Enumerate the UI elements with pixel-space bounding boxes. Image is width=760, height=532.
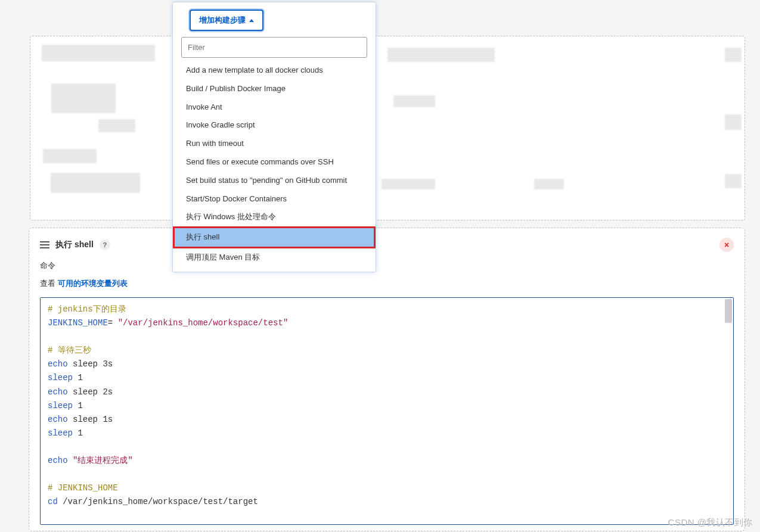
code-text: 1 — [73, 428, 83, 438]
menu-item-maven-top[interactable]: 调用顶层 Maven 目标 — [173, 248, 376, 267]
env-vars-row: 查看 可用的环境变量列表 — [40, 278, 734, 289]
env-vars-link[interactable]: 可用的环境变量列表 — [58, 279, 128, 288]
blurred-content — [725, 48, 742, 62]
add-build-step-button[interactable]: 增加构建步骤 — [190, 10, 263, 31]
code-cmd: echo — [48, 387, 68, 397]
code-text: /var/jenkins_home/workspace/test/target — [58, 497, 258, 506]
blurred-content — [98, 119, 135, 132]
blurred-content — [43, 149, 97, 163]
menu-item-github-pending[interactable]: Set build status to "pending" on GitHub … — [173, 172, 376, 190]
code-op: = — [108, 318, 113, 328]
code-cmd: sleep — [48, 401, 73, 410]
help-icon[interactable]: ? — [100, 239, 110, 250]
menu-item-docker-containers[interactable]: Start/Stop Docker Containers — [173, 190, 376, 209]
code-cmd: cd — [48, 497, 58, 506]
code-text: 1 — [73, 401, 83, 410]
menu-item-invoke-gradle[interactable]: Invoke Gradle script — [173, 116, 376, 135]
menu-item-docker-template[interactable]: Add a new template to all docker clouds — [173, 61, 376, 80]
caret-up-icon — [249, 19, 254, 22]
scrollbar-thumb[interactable] — [725, 299, 732, 323]
add-build-step-dropdown: 增加构建步骤 Add a new template to all docker … — [172, 2, 376, 272]
blurred-content — [51, 83, 116, 113]
code-string: "结束进程完成" — [68, 456, 133, 465]
blurred-content — [42, 45, 155, 61]
code-text: sleep 1s — [68, 415, 113, 424]
blurred-content — [725, 174, 742, 188]
code-text: sleep 3s — [68, 359, 113, 369]
blurred-content — [387, 48, 495, 62]
filter-input[interactable] — [181, 37, 367, 58]
code-cmd: sleep — [48, 428, 73, 438]
command-label: 命令 — [40, 260, 734, 271]
code-cmd: echo — [48, 456, 68, 465]
menu-item-invoke-ant[interactable]: Invoke Ant — [173, 98, 376, 117]
blurred-content — [381, 179, 435, 189]
blurred-content — [51, 173, 140, 193]
code-text: sleep 2s — [68, 387, 113, 397]
execute-shell-step: 执行 shell ? × 命令 查看 可用的环境变量列表 # jenkins下的… — [29, 228, 745, 531]
code-string: "/var/jenkins_home/workspace/test" — [113, 318, 288, 328]
blurred-content — [393, 95, 435, 107]
step-title: 执行 shell — [55, 239, 94, 250]
remove-step-button[interactable]: × — [719, 238, 734, 252]
code-cmd: sleep — [48, 373, 73, 382]
code-cmd: echo — [48, 359, 68, 369]
menu-item-windows-batch[interactable]: 执行 Windows 批处理命令 — [173, 208, 376, 226]
shell-command-editor[interactable]: # jenkins下的目录 JENKINS_HOME= "/var/jenkin… — [40, 297, 734, 525]
menu-item-build-publish-docker[interactable]: Build / Publish Docker Image — [173, 80, 376, 98]
add-build-step-label: 增加构建步骤 — [199, 15, 246, 26]
upper-config-area: 增加构建步骤 Add a new template to all docker … — [0, 0, 760, 220]
env-prefix: 查看 — [40, 279, 58, 288]
code-comment: # JENKINS_HOME — [48, 525, 118, 525]
code-var: JENKINS_HOME — [48, 318, 108, 328]
blurred-content — [725, 114, 742, 130]
code-cmd: echo — [48, 415, 68, 424]
menu-item-ssh[interactable]: Send files or execute commands over SSH — [173, 153, 376, 172]
menu-item-run-timeout[interactable]: Run with timeout — [173, 135, 376, 153]
code-comment: # jenkins下的目录 — [48, 304, 126, 314]
blurred-content — [534, 179, 564, 189]
code-comment: # 等待三秒 — [48, 346, 91, 355]
drag-handle-icon[interactable] — [40, 241, 49, 248]
code-comment: # JENKINS_HOME — [48, 483, 118, 493]
menu-item-execute-shell[interactable]: 执行 shell — [173, 226, 376, 248]
step-header: 执行 shell ? × — [40, 238, 734, 252]
code-text: 1 — [73, 373, 83, 382]
build-step-menu: Add a new template to all docker clouds … — [173, 61, 376, 267]
